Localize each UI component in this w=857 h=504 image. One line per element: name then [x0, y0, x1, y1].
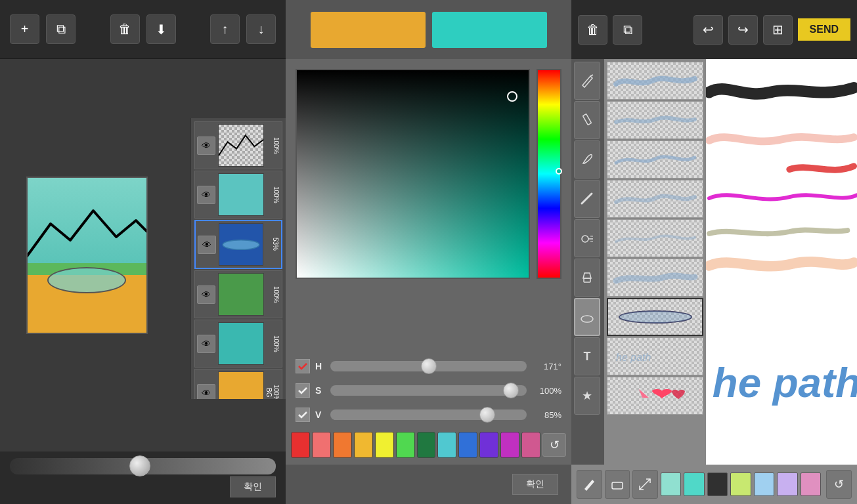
- color-hue-bar[interactable]: [537, 69, 561, 279]
- brush-tool-pen[interactable]: [574, 62, 600, 100]
- palette-color-green[interactable]: [396, 432, 415, 458]
- left-confirm-button[interactable]: 확인: [230, 476, 276, 497]
- bottom-color-2[interactable]: [684, 472, 705, 496]
- layer-eye-icon[interactable]: 👁: [197, 136, 215, 155]
- refresh-button[interactable]: ↺: [826, 470, 852, 499]
- color-swatch-cyan[interactable]: [432, 12, 547, 48]
- resize-tool-button[interactable]: [632, 470, 658, 499]
- brightness-checkbox[interactable]: [296, 408, 310, 422]
- layer-thumbnail: [219, 223, 263, 266]
- delete-layer-button[interactable]: 🗑: [110, 14, 140, 44]
- hue-slider-row: H 171°: [296, 359, 561, 373]
- palette-color-purple[interactable]: [479, 432, 498, 458]
- brush-list-item-2[interactable]: [607, 101, 703, 139]
- brush-list-item-4[interactable]: [607, 180, 703, 218]
- brush-tool-pencil[interactable]: [574, 101, 600, 139]
- layer-item[interactable]: 👁 100%: [194, 171, 282, 219]
- brush-list-item-1[interactable]: [607, 62, 703, 100]
- left-toolbar: + ⧉ 🗑 ⬇ ↑ ↓: [0, 0, 286, 59]
- add-layer-button[interactable]: +: [10, 14, 39, 44]
- brush-tool-calligraphy[interactable]: [574, 180, 600, 218]
- hue-slider-track[interactable]: [330, 361, 527, 371]
- saturation-checkbox[interactable]: [296, 383, 310, 398]
- palette-refresh-button[interactable]: ↺: [542, 433, 566, 457]
- svg-point-0: [223, 240, 259, 249]
- pen-tool-button[interactable]: [577, 470, 602, 499]
- color-swatch-orange[interactable]: [311, 12, 426, 48]
- palette-color-hot-pink[interactable]: [521, 432, 540, 458]
- brush-list-item-8-text[interactable]: he path: [607, 337, 703, 375]
- palette-color-magenta[interactable]: [500, 432, 519, 458]
- brush-tool-ellipse[interactable]: [574, 298, 600, 336]
- layer-eye-icon[interactable]: 👁: [197, 285, 215, 304]
- layer-item-active[interactable]: 👁 53%: [194, 220, 282, 269]
- svg-point-8: [581, 316, 593, 322]
- palette-color-red[interactable]: [291, 432, 310, 458]
- bottom-color-7[interactable]: [801, 472, 822, 496]
- brush-tool-bucket[interactable]: [574, 259, 600, 297]
- bottom-color-6[interactable]: [777, 472, 798, 496]
- brush-list-item-9-shapes[interactable]: [607, 377, 703, 415]
- right-toolbar: 🗑 ⧉ ↩ ↪ ⊞ SEND: [571, 0, 857, 59]
- size-slider-thumb[interactable]: [129, 455, 150, 476]
- brush-list-item-5[interactable]: [607, 219, 703, 257]
- palette-color-dark-green[interactable]: [417, 432, 436, 458]
- brush-tool-airbrush[interactable]: [574, 219, 600, 257]
- svg-marker-12: [639, 389, 649, 398]
- middle-confirm-button[interactable]: 확인: [512, 474, 558, 495]
- canvas-right[interactable]: he path: [706, 59, 857, 465]
- palette-color-yellow-orange[interactable]: [354, 432, 373, 458]
- bottom-color-5[interactable]: [754, 472, 775, 496]
- layer-item[interactable]: 👁 100%: [194, 270, 282, 318]
- move-layer-up-button[interactable]: ↑: [210, 14, 240, 44]
- brush-tool-marker[interactable]: [574, 140, 600, 178]
- copy-layer-button[interactable]: ⧉: [46, 14, 76, 44]
- saturation-slider-thumb[interactable]: [503, 383, 519, 398]
- brightness-slider-track[interactable]: [330, 410, 527, 420]
- size-slider-container[interactable]: [10, 458, 276, 474]
- hue-checkbox[interactable]: [296, 359, 310, 373]
- bottom-color-1[interactable]: [661, 472, 682, 496]
- brush-tool-text[interactable]: T: [574, 337, 600, 375]
- palette-color-cyan[interactable]: [437, 432, 456, 458]
- palette-color-yellow[interactable]: [375, 432, 394, 458]
- layer-eye-icon[interactable]: 👁: [197, 384, 215, 400]
- bottom-color-3[interactable]: [707, 472, 728, 496]
- layer-opacity: 100%: [267, 186, 280, 203]
- middle-panel: H 171° S 100% V: [286, 0, 571, 504]
- layers-panel: 👁 100% 👁 100% 👁: [190, 118, 286, 399]
- palette-color-orange[interactable]: [333, 432, 352, 458]
- layers-button[interactable]: ⊞: [763, 15, 793, 45]
- layer-eye-icon[interactable]: 👁: [198, 236, 216, 254]
- hue-value: 171°: [532, 362, 561, 371]
- canvas-preview[interactable]: [26, 177, 148, 334]
- svg-point-3: [582, 236, 588, 242]
- hue-slider-thumb[interactable]: [421, 358, 437, 374]
- layer-opacity: 100%: [267, 335, 280, 352]
- send-button[interactable]: SEND: [798, 18, 850, 41]
- brush-tool-star[interactable]: ★: [574, 377, 600, 415]
- download-button[interactable]: ⬇: [146, 14, 176, 44]
- size-slider-track[interactable]: [10, 458, 276, 474]
- undo-button[interactable]: ↩: [693, 15, 723, 45]
- brush-list-item-7-ellipse[interactable]: [607, 298, 703, 336]
- right-copy-button[interactable]: ⧉: [613, 15, 642, 45]
- eraser-tool-button[interactable]: [605, 470, 630, 499]
- right-delete-button[interactable]: 🗑: [578, 15, 607, 45]
- brush-list-item-3[interactable]: [607, 140, 703, 178]
- saturation-slider-track[interactable]: [330, 385, 527, 396]
- palette-color-blue[interactable]: [458, 432, 477, 458]
- redo-button[interactable]: ↪: [728, 15, 758, 45]
- palette-color-pink[interactable]: [312, 432, 331, 458]
- layer-item-bg[interactable]: 👁 100%BG: [194, 369, 282, 399]
- layer-opacity: 100%: [267, 137, 280, 154]
- layer-item[interactable]: 👁 100%: [194, 121, 282, 169]
- brightness-slider-thumb[interactable]: [479, 407, 495, 423]
- color-saturation-value-picker[interactable]: [296, 69, 530, 279]
- brush-list-item-6[interactable]: [607, 259, 703, 297]
- layer-eye-icon[interactable]: 👁: [197, 186, 215, 204]
- layer-item[interactable]: 👁 100%: [194, 320, 282, 368]
- layer-eye-icon[interactable]: 👁: [197, 335, 215, 353]
- bottom-color-4[interactable]: [730, 472, 751, 496]
- move-layer-down-button[interactable]: ↓: [246, 14, 276, 44]
